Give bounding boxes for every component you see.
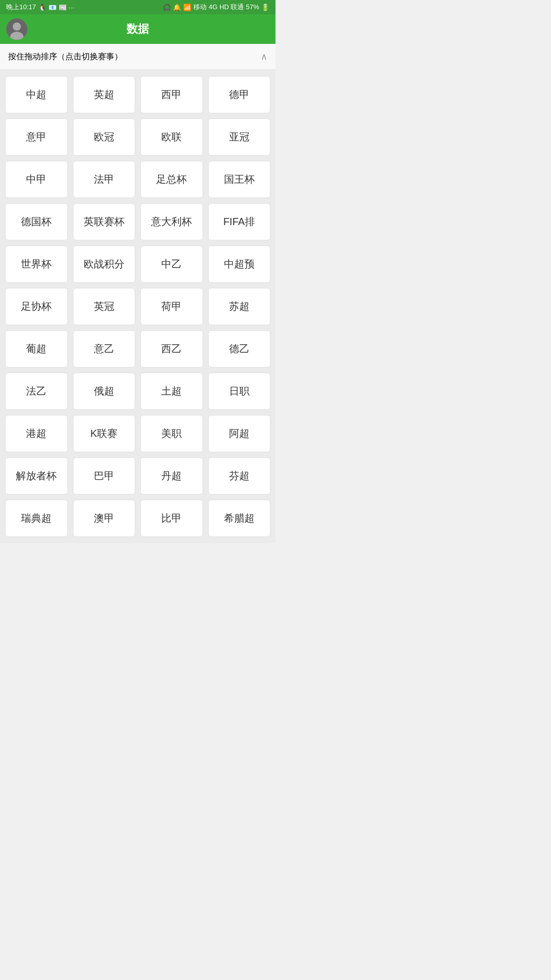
signal-info: 移动 4G HD 联通 57%: [193, 3, 259, 12]
league-item[interactable]: 苏超: [208, 288, 271, 325]
wifi-icon: 📶: [183, 4, 191, 11]
league-item[interactable]: 亚冠: [208, 118, 271, 156]
status-indicators: 🎧 🔔 📶 移动 4G HD 联通 57% 🔋: [163, 3, 269, 12]
league-item[interactable]: 葡超: [5, 330, 68, 368]
league-item[interactable]: 土超: [140, 373, 203, 410]
league-item[interactable]: 欧联: [140, 118, 203, 156]
league-item[interactable]: 足协杯: [5, 288, 68, 325]
league-item[interactable]: 比甲: [140, 500, 203, 537]
league-item[interactable]: 意甲: [5, 118, 68, 156]
league-item[interactable]: 意大利杯: [140, 203, 203, 240]
collapse-icon[interactable]: ∧: [261, 51, 267, 62]
league-item[interactable]: 解放者杯: [5, 457, 68, 495]
league-item[interactable]: 中超: [5, 76, 68, 113]
leagues-grid: 中超英超西甲德甲意甲欧冠欧联亚冠中甲法甲足总杯国王杯德国杯英联赛杯意大利杯FIF…: [5, 76, 270, 537]
time-label: 晚上10:17: [6, 3, 36, 12]
league-item[interactable]: 巴甲: [73, 457, 136, 495]
league-item[interactable]: 希腊超: [208, 500, 271, 537]
more-icon: ···: [69, 4, 74, 11]
league-item[interactable]: 欧战积分: [73, 246, 136, 283]
league-item[interactable]: 荷甲: [140, 288, 203, 325]
league-item[interactable]: 西乙: [140, 330, 203, 368]
league-item[interactable]: 芬超: [208, 457, 271, 495]
league-item[interactable]: 英冠: [73, 288, 136, 325]
league-item[interactable]: 英联赛杯: [73, 203, 136, 240]
sort-main-text: 按住拖动排序: [8, 52, 57, 61]
league-item[interactable]: 瑞典超: [5, 500, 68, 537]
battery-icon: 🔋: [261, 4, 269, 11]
sort-hint-text: （点击切换赛事）: [57, 52, 122, 61]
league-item[interactable]: 港超: [5, 415, 68, 452]
page-title: 数据: [127, 21, 149, 37]
app-header: 数据: [0, 14, 276, 44]
league-item[interactable]: 中超预: [208, 246, 271, 283]
app-icon-news: 📰: [59, 4, 67, 11]
league-item[interactable]: 俄超: [73, 373, 136, 410]
league-item[interactable]: 德甲: [208, 76, 271, 113]
status-time: 晚上10:17 🐧 📧 📰 ···: [6, 3, 74, 12]
league-item[interactable]: 英超: [73, 76, 136, 113]
sort-label: 按住拖动排序（点击切换赛事）: [8, 52, 122, 62]
league-item[interactable]: 西甲: [140, 76, 203, 113]
league-item[interactable]: 中乙: [140, 246, 203, 283]
bell-icon: 🔔: [173, 4, 181, 11]
league-item[interactable]: 国王杯: [208, 161, 271, 198]
league-item[interactable]: K联赛: [73, 415, 136, 452]
app-icon-penguin: 🐧: [38, 4, 46, 11]
leagues-grid-container: 中超英超西甲德甲意甲欧冠欧联亚冠中甲法甲足总杯国王杯德国杯英联赛杯意大利杯FIF…: [0, 70, 276, 543]
league-item[interactable]: 美职: [140, 415, 203, 452]
league-item[interactable]: 日职: [208, 373, 271, 410]
headphone-icon: 🎧: [163, 4, 171, 11]
league-item[interactable]: 欧冠: [73, 118, 136, 156]
svg-point-1: [13, 22, 21, 31]
league-item[interactable]: 德国杯: [5, 203, 68, 240]
league-item[interactable]: 足总杯: [140, 161, 203, 198]
league-item[interactable]: 意乙: [73, 330, 136, 368]
avatar[interactable]: [6, 18, 28, 40]
app-icon-mail: 📧: [48, 4, 57, 11]
league-item[interactable]: 世界杯: [5, 246, 68, 283]
league-item[interactable]: 法乙: [5, 373, 68, 410]
status-bar: 晚上10:17 🐧 📧 📰 ··· 🎧 🔔 📶 移动 4G HD 联通 57% …: [0, 0, 276, 14]
league-item[interactable]: 澳甲: [73, 500, 136, 537]
league-item[interactable]: 德乙: [208, 330, 271, 368]
league-item[interactable]: 丹超: [140, 457, 203, 495]
league-item[interactable]: 中甲: [5, 161, 68, 198]
league-item[interactable]: 法甲: [73, 161, 136, 198]
league-item[interactable]: 阿超: [208, 415, 271, 452]
league-item[interactable]: FIFA排: [208, 203, 271, 240]
sort-bar[interactable]: 按住拖动排序（点击切换赛事） ∧: [0, 44, 276, 70]
